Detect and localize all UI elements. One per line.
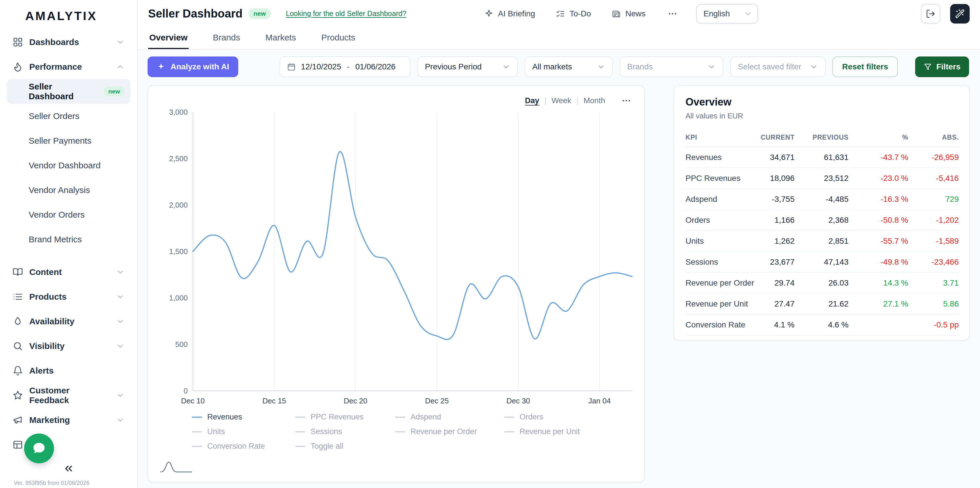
tab-markets[interactable]: Markets — [264, 27, 297, 49]
logout-button[interactable] — [921, 4, 940, 24]
granularity-week[interactable]: Week — [551, 96, 571, 105]
chat-widget-button[interactable] — [24, 434, 54, 463]
legend-swatch — [395, 431, 405, 433]
menu-item-label: News — [625, 9, 646, 18]
reset-filters-button[interactable]: Reset filters — [832, 57, 898, 77]
tab-products[interactable]: Products — [320, 27, 356, 49]
sidebar-item-label: Vendor Orders — [29, 210, 85, 220]
granularity-day[interactable]: Day — [525, 96, 539, 105]
ai-tools-button[interactable] — [950, 4, 970, 24]
kpi-cell-previous: 2,851 — [795, 231, 848, 252]
chart-card: Day|Week|Month 05001,0001,5002,0002,5003… — [148, 85, 645, 482]
legend-item-units[interactable]: Units — [192, 427, 295, 436]
kpi-cell-abs: -1,202 — [908, 209, 959, 231]
legend-item-adspend[interactable]: Adspend — [395, 413, 504, 421]
kpi-row-orders: Orders1,1662,368-50.8 %-1,202 — [686, 209, 959, 231]
saved-filter-placeholder: Select saved filter — [738, 62, 801, 71]
granularity-separator: | — [576, 96, 578, 105]
legend-item-revenues[interactable]: Revenues — [192, 413, 295, 421]
topbar-menu-news[interactable]: News — [612, 9, 646, 18]
sidebar-item-alerts[interactable]: Alerts — [7, 358, 130, 383]
svg-text:0: 0 — [184, 387, 188, 395]
legend-item-orders[interactable]: Orders — [504, 413, 634, 421]
sidebar-item-products[interactable]: Products — [7, 284, 130, 309]
kpi-cell-abs: 5.86 — [908, 293, 959, 314]
chevup-icon — [116, 62, 124, 71]
sidebar-item-seller-payments[interactable]: Seller Payments — [7, 128, 130, 153]
sidebar-item-vendor-orders[interactable]: Vendor Orders — [7, 203, 130, 227]
kpi-overview-card: Overview All values in EUR KPICURRENTPRE… — [673, 85, 970, 341]
legend-label: Orders — [520, 413, 543, 421]
sidebar-item-visibility[interactable]: Visibility — [7, 334, 130, 358]
sidebar-item-dashboards[interactable]: Dashboards — [7, 30, 130, 54]
date-range-start: 12/10/2025 — [301, 62, 341, 71]
topbar-menu-ai-briefing[interactable]: AI Briefing — [484, 9, 535, 18]
sidebar-item-vendor-dashboard[interactable]: Vendor Dashboard — [7, 153, 130, 178]
kpi-cell-abs: -23,466 — [908, 252, 959, 273]
brand-logo[interactable]: AMALYTIX — [0, 0, 137, 27]
kpi-cell-current: 34,671 — [754, 147, 795, 168]
tab-brands[interactable]: Brands — [212, 27, 241, 49]
svg-text:1,000: 1,000 — [169, 294, 188, 302]
chart-more-button[interactable] — [620, 94, 633, 107]
sidebar-item-vendor-analysis[interactable]: Vendor Analysis — [7, 178, 130, 203]
markets-select[interactable]: All markets — [525, 57, 613, 77]
brands-select[interactable]: Brands — [620, 57, 723, 77]
svg-text:Dec 10: Dec 10 — [181, 396, 205, 405]
date-range-separator: - — [347, 62, 349, 71]
old-dashboard-link[interactable]: Looking for the old Seller Dashboard? — [286, 10, 406, 18]
granularity-month[interactable]: Month — [584, 96, 605, 105]
chart-brush-preview[interactable] — [160, 460, 193, 474]
sidebar-item-label: Performance — [29, 62, 82, 72]
sidebar-item-brand-metrics[interactable]: Brand Metrics — [7, 227, 130, 252]
legend-item-ppc-revenues[interactable]: PPC Revenues — [295, 413, 395, 421]
kpi-cell-pct: 27.1 % — [848, 293, 908, 314]
page-title: Seller Dashboard — [148, 7, 243, 20]
legend-item-revenue-per-order[interactable]: Revenue per Order — [395, 427, 504, 436]
kpi-row-revenue-per-unit: Revenue per Unit27.4721.6227.1 %5.86 — [686, 293, 959, 314]
kpi-cell-kpi: PPC Revenues — [686, 168, 754, 189]
sidebar-item-marketing[interactable]: Marketing — [7, 408, 130, 433]
legend-item-revenue-per-unit[interactable]: Revenue per Unit — [504, 427, 634, 436]
legend-label: Conversion Rate — [207, 442, 265, 451]
sidebar-item-content[interactable]: Content — [7, 260, 130, 284]
search-icon — [13, 341, 23, 351]
sidebar-item-customer-feedback[interactable]: Customer Feedback — [7, 383, 130, 408]
tab-overview[interactable]: Overview — [148, 27, 189, 49]
topbar-more-button[interactable] — [666, 8, 679, 20]
kpi-cell-abs: 3.71 — [908, 273, 959, 293]
topbar-menu-to-do[interactable]: To-Do — [556, 9, 591, 18]
sidebar-collapse-button[interactable] — [62, 462, 75, 475]
sidebar-item-availability[interactable]: Availability — [7, 309, 130, 334]
sidebar-item-label: Products — [29, 292, 67, 302]
kpi-cell-pct: -16.3 % — [848, 189, 908, 209]
sidebar-item-label: Dashboards — [29, 37, 79, 47]
kpi-row-sessions: Sessions23,67747,143-49.8 %-23,466 — [686, 252, 959, 273]
kpi-cell-kpi: Orders — [686, 209, 754, 231]
kpi-col-previous: PREVIOUS — [795, 128, 848, 147]
legend-swatch — [395, 417, 405, 418]
language-select[interactable]: English — [696, 4, 758, 24]
kpi-cell-abs: -1,589 — [908, 231, 959, 252]
filters-button[interactable]: Filters — [915, 57, 969, 77]
date-range-picker[interactable]: 12/10/2025 - 01/06/2026 — [280, 57, 410, 77]
saved-filter-select[interactable]: Select saved filter — [730, 57, 825, 77]
tab-bar: OverviewBrandsMarketsProducts — [138, 27, 980, 50]
flame-icon — [13, 62, 23, 72]
legend-item-sessions[interactable]: Sessions — [295, 427, 395, 436]
legend-item-toggle-all[interactable]: Toggle all — [295, 442, 395, 451]
kpi-cell-previous: 2,368 — [795, 209, 848, 231]
chevron-down-icon — [810, 62, 818, 71]
sidebar-submenu-performance: Seller DashboardnewSeller OrdersSeller P… — [7, 79, 130, 252]
kpi-cell-current: 27.47 — [754, 293, 795, 314]
analyze-with-ai-button[interactable]: Analyze with AI — [148, 57, 238, 77]
sidebar-item-seller-dashboard[interactable]: Seller Dashboardnew — [7, 79, 130, 104]
sidebar-item-seller-orders[interactable]: Seller Orders — [7, 104, 130, 128]
compare-period-select[interactable]: Previous Period — [417, 57, 518, 77]
legend-item-conversion-rate[interactable]: Conversion Rate — [192, 442, 295, 451]
legend-label: Sessions — [310, 427, 342, 436]
sidebar-item-performance[interactable]: Performance — [7, 54, 130, 79]
grid-icon — [13, 37, 23, 47]
kpi-card-subtitle: All values in EUR — [686, 111, 958, 120]
kpi-cell-current: -3,755 — [754, 189, 795, 209]
